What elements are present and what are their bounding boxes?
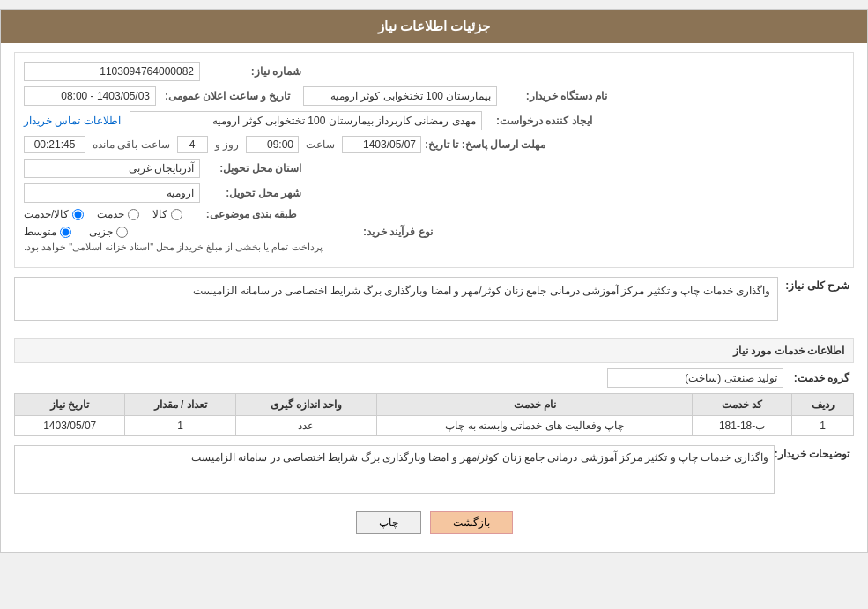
col-service-name: نام خدمت	[377, 394, 693, 416]
process-motavaset-option[interactable]: متوسط	[24, 226, 71, 238]
contact-link[interactable]: اطلاعات تماس خریدار	[24, 115, 121, 127]
city-label: شهر محل تحویل:	[200, 187, 306, 199]
niyaz-number-value: 1103094764000082	[24, 62, 200, 81]
buttons-row: بازگشت چاپ	[14, 502, 854, 543]
province-value: آذربایجان غربی	[24, 159, 200, 178]
col-row-num: ردیف	[792, 394, 854, 416]
col-date: تاریخ نیاز	[15, 394, 125, 416]
table-body: 1 ب-18-181 چاپ وفعالیت های خدماتی وابسته…	[15, 416, 854, 436]
category-kala-label: کالا	[152, 208, 167, 220]
cell-unit: عدد	[235, 416, 377, 436]
reply-date-row: مهلت ارسال پاسخ: تا تاریخ: 1403/05/07 سا…	[24, 136, 844, 153]
page-wrapper: جزئیات اطلاعات نیاز شماره نیاز: 11030947…	[0, 9, 868, 553]
table-row: 1 ب-18-181 چاپ وفعالیت های خدماتی وابسته…	[15, 416, 854, 436]
process-description: پرداخت تمام یا بخشی از مبلغ خریداز محل "…	[24, 241, 323, 253]
process-jozi-option[interactable]: جزیی	[89, 226, 128, 238]
table-header: ردیف کد خدمت نام خدمت واحد اندازه گیری ت…	[15, 394, 854, 416]
province-label: استان محل تحویل:	[200, 162, 306, 175]
city-value: ارومیه	[24, 183, 200, 203]
page-header: جزئیات اطلاعات نیاز	[1, 10, 867, 43]
device-announce-row: نام دستگاه خریدار: بیمارستان 100 تختخواب…	[24, 86, 844, 106]
creator-value: مهدی رمضانی کاربرداز بیمارستان 100 تختخو…	[130, 111, 482, 130]
category-kala-khedmat-option[interactable]: کالا/خدمت	[24, 208, 84, 220]
city-row: شهر محل تحویل: ارومیه	[24, 183, 844, 203]
services-section: اطلاعات خدمات مورد نیاز گروه خدمت: تولید…	[14, 338, 854, 436]
buyer-notes-box: واگذاری خدمات چاپ و تکثیر مرکز آموزشی در…	[14, 445, 775, 494]
main-form-section: شماره نیاز: 1103094764000082 نام دستگاه …	[14, 52, 854, 268]
reply-date-value: 1403/05/07	[342, 136, 421, 153]
category-label: طبقه بندی موضوعی:	[196, 208, 301, 220]
device-name-label: نام دستگاه خریدار:	[506, 90, 612, 102]
creator-label: ایجاد کننده درخواست:	[491, 115, 597, 127]
description-label: شرح کلی نیاز:	[783, 277, 854, 292]
buyer-notes-label: توضیحات خریدار:	[775, 445, 854, 460]
reply-time-value: 09:00	[246, 136, 299, 153]
print-button[interactable]: چاپ	[356, 511, 421, 534]
category-both-label: کالا/خدمت	[24, 208, 69, 220]
reply-days-value: 4	[177, 136, 208, 153]
reply-date-label: مهلت ارسال پاسخ: تا تاریخ:	[425, 138, 550, 151]
process-motavaset-label: متوسط	[24, 226, 56, 238]
process-label: نوع فرآیند خرید:	[331, 226, 437, 238]
col-quantity: تعداد / مقدار	[125, 394, 235, 416]
reply-days-label: روز و	[211, 138, 242, 151]
category-row: طبقه بندی موضوعی: کالا خدمت کالا/خدمت	[24, 208, 844, 220]
process-options: جزیی متوسط	[24, 226, 128, 238]
cell-service-code: ب-18-181	[693, 416, 792, 436]
category-khedmat-label: خدمت	[97, 208, 124, 220]
creator-row: ایجاد کننده درخواست: مهدی رمضانی کاربردا…	[24, 111, 844, 130]
category-kala-option[interactable]: کالا	[152, 208, 182, 220]
province-row: استان محل تحویل: آذربایجان غربی	[24, 159, 844, 178]
cell-date: 1403/05/07	[15, 416, 125, 436]
col-service-code: کد خدمت	[693, 394, 792, 416]
announce-date-label: تاریخ و ساعت اعلان عمومی:	[165, 90, 294, 102]
reply-time-label: ساعت	[302, 138, 338, 151]
service-group-value: تولید صنعتی (ساخت)	[607, 368, 783, 388]
description-row: شرح کلی نیاز: واگذاری خدمات چاپ و تکثیر …	[14, 277, 854, 330]
announce-date-value: 1403/05/03 - 08:00	[24, 86, 156, 106]
niyaz-number-row: شماره نیاز: 1103094764000082	[24, 62, 844, 81]
category-khedmat-option[interactable]: خدمت	[97, 208, 139, 220]
buyer-notes-row: توضیحات خریدار: واگذاری خدمات چاپ و تکثی…	[14, 445, 854, 494]
services-table: ردیف کد خدمت نام خدمت واحد اندازه گیری ت…	[14, 393, 854, 436]
device-name-value: بیمارستان 100 تختخوابی کوثر ارومیه	[303, 86, 497, 106]
description-section: شرح کلی نیاز: واگذاری خدمات چاپ و تکثیر …	[14, 277, 854, 330]
remaining-label: ساعت باقی مانده	[89, 138, 174, 151]
remaining-value: 00:21:45	[24, 136, 85, 153]
service-group-label: گروه خدمت:	[783, 372, 854, 384]
process-jozi-label: جزیی	[89, 226, 113, 238]
process-row: نوع فرآیند خرید: جزیی متوسط پرداخت تمام …	[24, 226, 844, 253]
description-box: واگذاری خدمات چاپ و تکثیر مرکز آموزشی در…	[14, 277, 778, 321]
return-button[interactable]: بازگشت	[430, 511, 513, 534]
services-title: اطلاعات خدمات مورد نیاز	[14, 338, 854, 363]
cell-service-name: چاپ وفعالیت های خدماتی وابسته به چاپ	[377, 416, 693, 436]
page-title: جزئیات اطلاعات نیاز	[378, 19, 490, 33]
cell-quantity: 1	[125, 416, 235, 436]
niyaz-number-label: شماره نیاز:	[200, 65, 306, 78]
content-area: شماره نیاز: 1103094764000082 نام دستگاه …	[1, 43, 867, 552]
cell-row-num: 1	[792, 416, 854, 436]
col-unit: واحد اندازه گیری	[235, 394, 377, 416]
service-group-row: گروه خدمت: تولید صنعتی (ساخت)	[14, 368, 854, 388]
